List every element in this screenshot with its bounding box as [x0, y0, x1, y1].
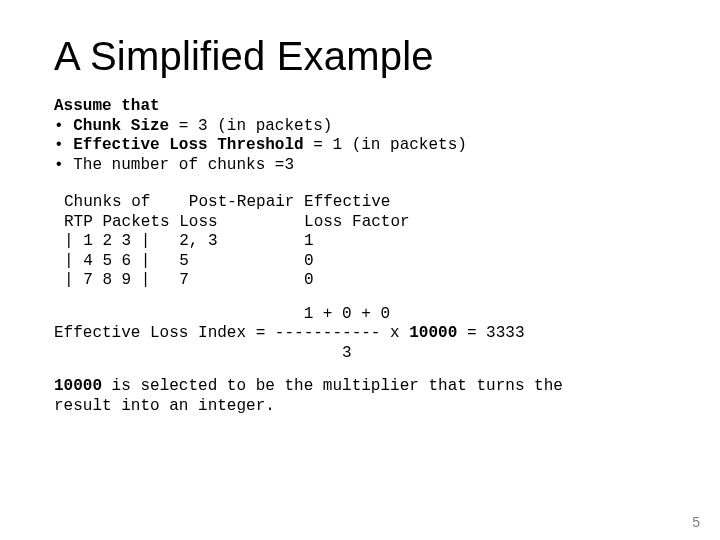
eq-multiplier: 10000 — [409, 324, 457, 342]
bullet-3: • — [54, 156, 73, 174]
eq-left: Effective Loss Index = ----------- x — [54, 324, 409, 342]
col2-header-2: Loss — [179, 213, 304, 231]
row1-chunks: | 1 2 3 | — [64, 232, 179, 250]
assumptions-block: Assume that • Chunk Size = 3 (in packets… — [54, 97, 666, 175]
footnote: 10000 is selected to be the multiplier t… — [54, 377, 666, 416]
elt-value: = 1 (in packets) — [304, 136, 467, 154]
bullet-2: • — [54, 136, 73, 154]
chunk-size-label: Chunk Size — [73, 117, 169, 135]
row1-factor: 1 — [304, 232, 314, 250]
col2-header-1: Post-Repair — [179, 193, 304, 211]
note-text: is selected to be the multiplier that tu… — [54, 377, 563, 415]
row3-factor: 0 — [304, 271, 314, 289]
row2-chunks: | 4 5 6 | — [64, 252, 179, 270]
col3-header-1: Effective — [304, 193, 390, 211]
slide-title: A Simplified Example — [54, 34, 666, 79]
note-bold: 10000 — [54, 377, 102, 395]
elt-label: Effective Loss Threshold — [73, 136, 303, 154]
chunk-size-value: = 3 (in packets) — [169, 117, 332, 135]
eq-denominator: 3 — [54, 344, 352, 362]
eq-numerator: 1 + 0 + 0 — [54, 305, 390, 323]
row3-loss: 7 — [179, 271, 304, 289]
row3-chunks: | 7 8 9 | — [64, 271, 179, 289]
row2-factor: 0 — [304, 252, 314, 270]
col1-header-1: Chunks of — [64, 193, 179, 211]
example-table: Chunks of Post-Repair Effective RTP Pack… — [64, 193, 666, 291]
row1-loss: 2, 3 — [179, 232, 304, 250]
page-number: 5 — [692, 514, 700, 530]
num-chunks: The number of chunks =3 — [73, 156, 294, 174]
col1-header-2: RTP Packets — [64, 213, 179, 231]
row2-loss: 5 — [179, 252, 304, 270]
equation-block: 1 + 0 + 0 Effective Loss Index = -------… — [54, 305, 666, 364]
bullet-1: • — [54, 117, 73, 135]
eq-result: = 3333 — [457, 324, 524, 342]
assume-heading: Assume that — [54, 97, 160, 115]
col3-header-2: Loss Factor — [304, 213, 410, 231]
